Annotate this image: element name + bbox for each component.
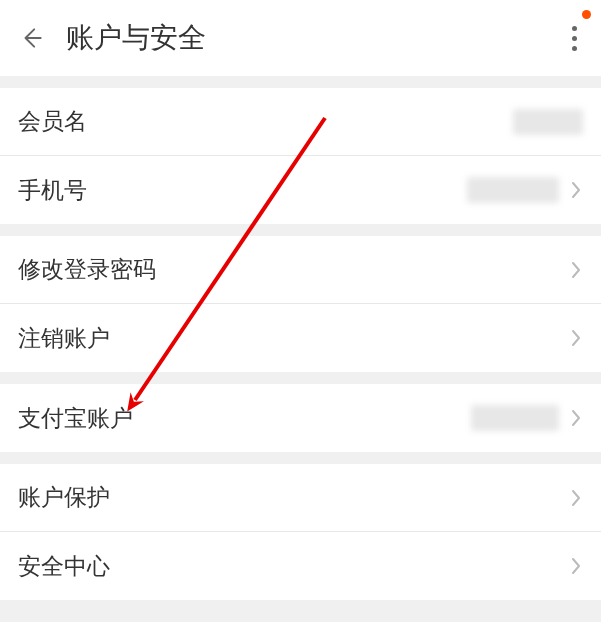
chevron-right-icon [569, 487, 583, 509]
more-dot-icon [572, 36, 577, 41]
row-label: 账户保护 [18, 482, 110, 513]
phone-value-blurred [467, 177, 559, 203]
row-phone[interactable]: 手机号 [0, 156, 601, 224]
chevron-right-icon [569, 259, 583, 281]
row-alipay-account[interactable]: 支付宝账户 [0, 384, 601, 452]
settings-group: 修改登录密码 注销账户 [0, 236, 601, 372]
back-arrow-icon [19, 25, 45, 51]
row-label: 手机号 [18, 175, 87, 206]
row-change-password[interactable]: 修改登录密码 [0, 236, 601, 304]
settings-group: 账户保护 安全中心 [0, 464, 601, 600]
chevron-right-icon [569, 179, 583, 201]
more-dot-icon [572, 26, 577, 31]
more-button[interactable] [559, 18, 589, 58]
row-label: 安全中心 [18, 551, 110, 582]
back-button[interactable] [12, 18, 52, 58]
page-title: 账户与安全 [66, 19, 206, 57]
row-security-center[interactable]: 安全中心 [0, 532, 601, 600]
row-delete-account[interactable]: 注销账户 [0, 304, 601, 372]
settings-group: 支付宝账户 [0, 384, 601, 452]
row-label: 支付宝账户 [18, 403, 133, 434]
row-label: 会员名 [18, 106, 87, 137]
chevron-right-icon [569, 407, 583, 429]
chevron-right-icon [569, 327, 583, 349]
settings-group: 会员名 手机号 [0, 88, 601, 224]
chevron-right-icon [569, 555, 583, 577]
row-account-protection[interactable]: 账户保护 [0, 464, 601, 532]
member-name-value-blurred [513, 109, 583, 135]
notification-dot-icon [582, 10, 591, 19]
row-label: 注销账户 [18, 323, 110, 354]
alipay-value-blurred [471, 405, 559, 431]
row-label: 修改登录密码 [18, 254, 156, 285]
more-dot-icon [572, 46, 577, 51]
row-member-name: 会员名 [0, 88, 601, 156]
header: 账户与安全 [0, 0, 601, 76]
